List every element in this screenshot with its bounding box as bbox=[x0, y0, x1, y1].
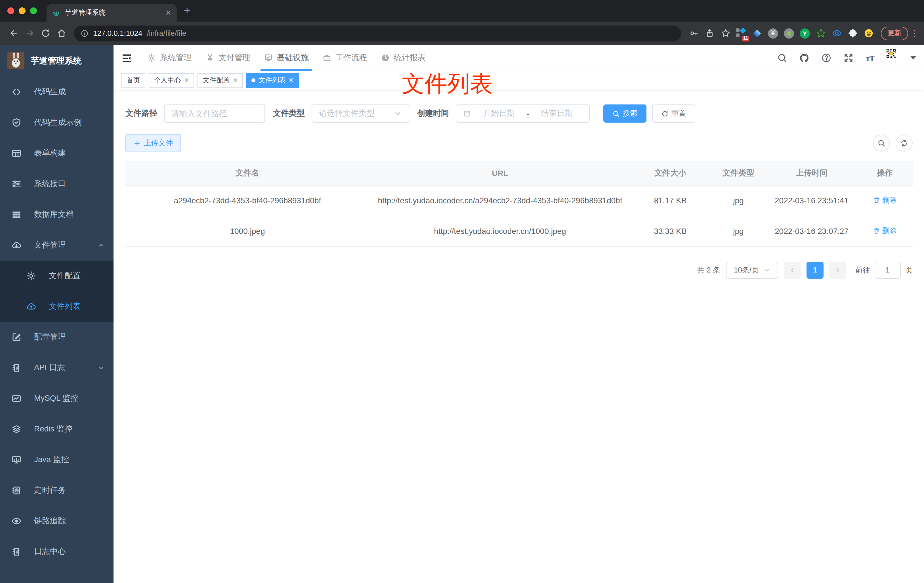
next-page-button[interactable] bbox=[829, 261, 846, 278]
sidebar-logo[interactable]: 芋道管理系统 bbox=[0, 45, 114, 77]
user-avatar-qr[interactable] bbox=[886, 48, 905, 68]
sidebar-item-system-api[interactable]: 系统接口 bbox=[0, 168, 114, 199]
sidebar-item-log-center[interactable]: 日志中心 bbox=[0, 537, 114, 567]
col-file-name: 文件名 bbox=[125, 161, 370, 185]
tag-home[interactable]: 首页 bbox=[122, 73, 145, 88]
chevron-down-icon bbox=[97, 365, 104, 371]
tag-file-config[interactable]: 文件配置✕ bbox=[198, 73, 243, 88]
sidebar-collapse-button[interactable] bbox=[114, 53, 140, 63]
font-size-icon[interactable]: тT bbox=[866, 53, 874, 63]
sidebar-item-mysql-monitor[interactable]: MySQL 监控 bbox=[0, 383, 114, 414]
search-button[interactable]: 搜索 bbox=[603, 104, 647, 122]
sidebar-item-scheduled-task[interactable]: 定时任务 bbox=[0, 475, 114, 506]
minimize-window-button[interactable] bbox=[19, 7, 26, 14]
reset-button[interactable]: 重置 bbox=[652, 104, 695, 122]
sidebar-item-java-monitor[interactable]: Java 监控 bbox=[0, 444, 114, 475]
sidebar-item-config-management[interactable]: 配置管理 bbox=[0, 322, 114, 352]
file-path-input[interactable] bbox=[164, 104, 265, 122]
password-key-icon[interactable] bbox=[686, 25, 701, 41]
extension-tiles-icon[interactable]: 11 bbox=[734, 26, 748, 40]
pagination: 共 2 条 10条/页 1 前往 页 bbox=[125, 261, 912, 278]
sidebar-item-redis-monitor[interactable]: Redis 监控 bbox=[0, 414, 114, 444]
prev-page-button[interactable] bbox=[784, 261, 801, 278]
sidebar-item-code-gen-demo[interactable]: 代码生成示例 bbox=[0, 107, 114, 138]
extensions-puzzle-icon[interactable] bbox=[846, 26, 859, 40]
tag-close-icon[interactable]: ✕ bbox=[184, 77, 189, 84]
col-upload-time: 上传时间 bbox=[767, 161, 856, 185]
tab-close-icon[interactable]: ✕ bbox=[165, 9, 172, 17]
sidebar-item-db-doc[interactable]: 数据库文档 bbox=[0, 199, 114, 230]
sidebar-item-code-gen[interactable]: 代码生成 bbox=[0, 77, 114, 107]
extension-record-icon[interactable] bbox=[782, 26, 796, 40]
help-icon[interactable] bbox=[822, 53, 832, 63]
tag-profile[interactable]: 个人中心✕ bbox=[149, 73, 194, 88]
window-controls[interactable] bbox=[7, 7, 37, 14]
refresh-table-button[interactable] bbox=[896, 135, 912, 152]
forward-button[interactable] bbox=[21, 25, 38, 41]
top-menu-workflow[interactable]: 工作流程 bbox=[315, 45, 374, 71]
delete-button[interactable]: 删除 bbox=[873, 224, 897, 237]
cell-file-size: 81.17 KB bbox=[630, 185, 710, 216]
goto-page-input[interactable] bbox=[874, 261, 901, 278]
sidebar-item-file-management[interactable]: 文件管理 bbox=[0, 230, 114, 261]
address-bar[interactable]: 127.0.0.1:1024/infra/file/file bbox=[74, 25, 681, 41]
delete-button[interactable]: 删除 bbox=[873, 193, 897, 206]
screen: 芋道管理系统 ✕ + 127.0.0.1:1024/infra/file/fil… bbox=[0, 0, 924, 583]
date-separator: - bbox=[526, 109, 529, 118]
tag-close-icon[interactable]: ✕ bbox=[233, 77, 238, 84]
extension-y-icon[interactable]: Y bbox=[798, 26, 812, 40]
browser-tab[interactable]: 芋道管理系统 ✕ bbox=[46, 4, 177, 21]
page-content: 文件路径 文件类型 请选择文件类型 创建时间 bbox=[114, 90, 924, 583]
sidebar-item-file-config[interactable]: 文件配置 bbox=[0, 261, 114, 291]
layers-icon bbox=[12, 424, 21, 434]
page-number-current[interactable]: 1 bbox=[807, 261, 823, 278]
toggle-search-button[interactable] bbox=[873, 135, 890, 152]
page-size-select[interactable]: 10条/页 bbox=[726, 261, 778, 278]
sliders-icon bbox=[12, 179, 21, 189]
sidebar-item-trace[interactable]: 链路追踪 bbox=[0, 506, 114, 537]
profile-avatar-icon[interactable] bbox=[861, 26, 875, 40]
file-type-select[interactable]: 请选择文件类型 bbox=[312, 104, 409, 122]
sidebar-item-api-log[interactable]: API 日志 bbox=[0, 352, 114, 383]
extension-badge: 11 bbox=[742, 35, 749, 41]
table-row[interactable]: 1000.jpeg http://test.yudao.iocoder.cn/1… bbox=[125, 216, 913, 246]
top-menu-infrastructure[interactable]: 基础设施 bbox=[257, 45, 315, 71]
avatar-caret-icon[interactable] bbox=[911, 56, 916, 59]
new-tab-button[interactable]: + bbox=[184, 5, 190, 17]
sidebar-item-form-builder[interactable]: 表单构建 bbox=[0, 138, 114, 168]
back-button[interactable] bbox=[6, 25, 21, 41]
browser-update-button[interactable]: 更新 bbox=[881, 26, 908, 40]
site-info-icon[interactable] bbox=[81, 29, 89, 37]
home-button[interactable] bbox=[53, 25, 69, 41]
tag-file-list[interactable]: 文件列表✕ bbox=[247, 73, 299, 88]
board-check-icon bbox=[264, 53, 273, 63]
header-search-icon[interactable] bbox=[777, 53, 787, 63]
table-row[interactable]: a294ecb2-73dd-4353-bf40-296b8931d0bf htt… bbox=[125, 185, 913, 216]
sidebar-item-file-list[interactable]: 文件列表 bbox=[0, 291, 114, 322]
bookmark-star-icon[interactable] bbox=[718, 25, 733, 41]
browser-toolbar: 127.0.0.1:1024/infra/file/file 11 ⌘ Y bbox=[0, 21, 924, 45]
create-time-label: 创建时间 bbox=[417, 109, 449, 119]
reload-button[interactable] bbox=[38, 25, 53, 41]
cloud-upload-icon bbox=[26, 301, 36, 312]
extension-kite-icon[interactable] bbox=[750, 26, 764, 40]
extension-command-icon[interactable]: ⌘ bbox=[766, 26, 780, 40]
cell-file-size: 33.33 KB bbox=[630, 216, 710, 246]
share-icon[interactable] bbox=[701, 25, 718, 41]
extension-eye-icon[interactable] bbox=[830, 26, 843, 40]
cell-upload-time: 2022-03-16 23:51:41 bbox=[767, 185, 856, 216]
upload-file-button[interactable]: 上传文件 bbox=[125, 134, 181, 152]
refresh-icon bbox=[900, 139, 908, 147]
zoom-window-button[interactable] bbox=[30, 7, 37, 14]
briefcase-icon bbox=[322, 53, 332, 63]
browser-menu-icon[interactable]: ⋮ bbox=[911, 28, 918, 38]
close-window-button[interactable] bbox=[7, 7, 14, 14]
date-range-picker[interactable]: 开始日期 - 结束日期 bbox=[456, 104, 590, 122]
tag-close-icon[interactable]: ✕ bbox=[289, 77, 294, 84]
top-menu-system[interactable]: 系统管理 bbox=[140, 45, 199, 71]
top-menu-report[interactable]: 统计报表 bbox=[374, 45, 432, 71]
github-icon[interactable] bbox=[799, 53, 810, 63]
fullscreen-icon[interactable] bbox=[844, 53, 854, 63]
extension-star-icon[interactable] bbox=[814, 26, 828, 40]
top-menu-payment[interactable]: 支付管理 bbox=[199, 45, 257, 71]
